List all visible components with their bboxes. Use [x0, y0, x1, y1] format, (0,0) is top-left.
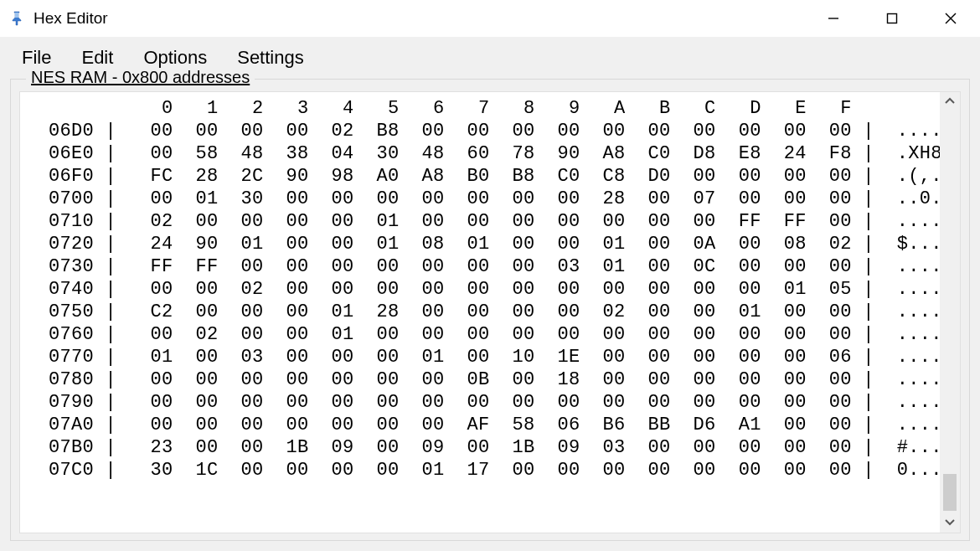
menu-file[interactable]: File: [10, 45, 66, 70]
hex-area: 0 1 2 3 4 5 6 7 8 9 A B C D E F 06D0 | 0…: [19, 91, 961, 533]
menu-edit[interactable]: Edit: [66, 45, 128, 70]
pushpin-icon: [8, 10, 25, 27]
titlebar[interactable]: Hex Editor: [0, 0, 980, 37]
minimize-button[interactable]: [804, 0, 863, 37]
svg-rect-1: [888, 14, 897, 23]
svg-line-2: [946, 13, 956, 23]
svg-line-3: [946, 13, 956, 23]
menu-options[interactable]: Options: [128, 45, 222, 70]
titlebar-left: Hex Editor: [8, 9, 108, 28]
window-title: Hex Editor: [34, 9, 108, 28]
maximize-button[interactable]: [863, 0, 921, 37]
hex-groupbox: NES RAM - 0x800 addresses 0 1 2 3 4 5 6 …: [10, 79, 970, 541]
scroll-thumb[interactable]: [943, 474, 957, 511]
window-controls: [804, 0, 980, 37]
close-button[interactable]: [921, 0, 980, 37]
client-area: File Edit Options Settings NES RAM - 0x8…: [0, 37, 980, 551]
vertical-scrollbar[interactable]: [940, 92, 960, 533]
hex-content[interactable]: 0 1 2 3 4 5 6 7 8 9 A B C D E F 06D0 | 0…: [20, 92, 940, 533]
app-window: Hex Editor File Edit Options Settings: [0, 0, 980, 551]
scroll-up-icon[interactable]: [945, 95, 955, 109]
group-legend[interactable]: NES RAM - 0x800 addresses: [26, 68, 255, 87]
scroll-down-icon[interactable]: [945, 516, 955, 529]
menu-settings[interactable]: Settings: [222, 45, 319, 70]
